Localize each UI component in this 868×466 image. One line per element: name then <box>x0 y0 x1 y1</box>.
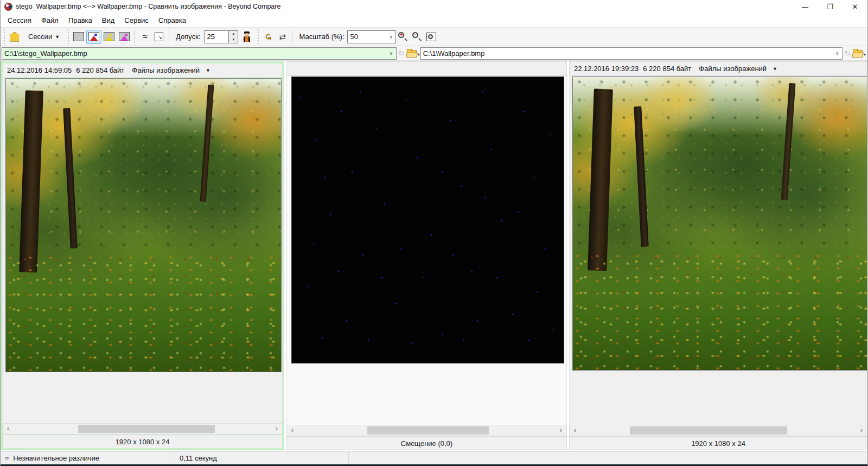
menu-help[interactable]: Справка <box>154 14 191 27</box>
spin-up-icon[interactable]: ▲ <box>229 31 238 37</box>
difference-dot <box>338 271 339 272</box>
tree-trunk <box>200 85 214 202</box>
difference-dot <box>461 186 462 187</box>
reread-file-icon[interactable]: ↻ <box>844 49 851 58</box>
scroll-thumb[interactable] <box>367 426 488 435</box>
center-pane-header <box>286 61 567 76</box>
menu-view[interactable]: Вид <box>97 14 120 27</box>
view-original-button[interactable] <box>71 30 86 44</box>
sessions-dropdown-button[interactable]: Сессии ▼ <box>22 30 66 44</box>
right-path-icons: ↻ ▾ <box>843 49 866 58</box>
app-logo-icon <box>4 3 12 11</box>
zoom-fit-button[interactable] <box>424 30 438 44</box>
difference-dot <box>477 320 478 321</box>
scroll-left-icon[interactable]: ‹ <box>3 424 14 434</box>
difference-dot <box>411 343 412 344</box>
left-path-combobox: ∨ <box>2 47 397 60</box>
scroll-thumb[interactable] <box>78 425 215 433</box>
toolbar-gripper[interactable] <box>257 29 260 44</box>
difference-dot <box>528 340 529 341</box>
difference-dot <box>523 111 524 112</box>
menu-tools[interactable]: Сервис <box>119 14 154 27</box>
left-horizontal-scrollbar[interactable]: ‹ › <box>2 423 283 435</box>
difference-dot <box>352 171 353 173</box>
difference-dot <box>534 177 535 178</box>
menu-edit[interactable]: Правка <box>63 14 97 27</box>
tree-trunk <box>63 108 78 249</box>
menu-session[interactable]: Сессия <box>3 14 36 27</box>
scroll-right-icon[interactable]: › <box>556 425 566 436</box>
tolerance-mode-button[interactable]: ≈ <box>138 30 152 44</box>
mismatch-view-icon <box>119 32 130 41</box>
chevron-down-icon[interactable]: ∨ <box>387 34 395 40</box>
right-format-dropdown[interactable]: Файлы изображений ▼ <box>699 65 777 73</box>
spin-down-icon[interactable]: ▼ <box>229 37 238 43</box>
tree-trunk <box>588 88 613 271</box>
scale-combobox[interactable]: 50 ∨ <box>347 30 396 43</box>
reread-file-icon[interactable]: ↻ <box>398 49 405 58</box>
right-image-pane: 22.12.2016 19:39:23 6 220 854 байт Файлы… <box>569 61 867 450</box>
difference-dot <box>545 248 546 250</box>
right-image-viewport[interactable] <box>569 76 867 425</box>
scale-value: 50 <box>348 33 387 41</box>
sessions-label: Сессии <box>28 33 52 41</box>
difference-viewport[interactable] <box>286 76 567 425</box>
zoom-in-icon: + <box>398 32 407 41</box>
right-horizontal-scrollbar[interactable]: ‹ › <box>569 425 867 436</box>
difference-dot <box>406 100 407 101</box>
scroll-left-icon[interactable]: ‹ <box>570 425 580 436</box>
scroll-right-icon[interactable]: › <box>271 424 282 434</box>
zoom-out-icon: − <box>412 32 422 41</box>
view-tolerance-button[interactable] <box>101 30 117 44</box>
scroll-track[interactable] <box>580 425 856 436</box>
left-image-viewport[interactable] <box>2 78 283 423</box>
auto-scale-button[interactable]: ↘ <box>152 30 166 44</box>
difference-dot <box>422 277 423 278</box>
difference-dot <box>496 277 497 278</box>
view-picture-button[interactable] <box>86 30 101 44</box>
scroll-track[interactable] <box>14 424 271 434</box>
difference-dot <box>368 340 369 341</box>
home-button[interactable]: ⚡ <box>7 30 22 44</box>
difference-dot <box>400 248 401 250</box>
minimize-button[interactable]: — <box>793 0 818 13</box>
difference-dot <box>452 254 454 256</box>
scroll-track[interactable] <box>298 425 556 436</box>
path-row: ∨ ↻ ▾ ∨ ↻ ▾ <box>1 46 867 61</box>
toolbar-gripper[interactable] <box>3 29 6 44</box>
status-time-segment: 0,11 секунд <box>175 452 349 464</box>
center-horizontal-scrollbar[interactable]: ‹ › <box>286 425 567 436</box>
restore-button[interactable]: ❐ <box>818 0 843 13</box>
toolbar-gripper[interactable] <box>67 29 70 44</box>
zoom-in-button[interactable]: + <box>396 30 410 44</box>
swap-sides-button[interactable]: ↺ <box>261 30 275 44</box>
scroll-left-icon[interactable]: ‹ <box>287 425 298 436</box>
menu-file[interactable]: Файл <box>36 14 63 27</box>
zoom-out-button[interactable]: − <box>410 30 424 44</box>
difference-dot <box>395 303 396 304</box>
scroll-thumb[interactable] <box>630 426 787 435</box>
scroll-right-icon[interactable]: › <box>856 425 867 436</box>
chevron-down-icon: ▾ <box>418 52 420 57</box>
left-format-dropdown[interactable]: Файлы изображений ▼ <box>132 66 210 74</box>
approx-status-icon: ≈ <box>5 454 9 462</box>
tolerance-input[interactable] <box>204 30 229 43</box>
right-file-size: 6 220 854 байт <box>643 65 691 73</box>
chevron-down-icon[interactable]: ∨ <box>386 50 396 56</box>
browse-folder-button[interactable]: ▾ <box>407 49 419 58</box>
difference-dot <box>512 314 513 315</box>
chevron-down-icon: ▾ <box>864 52 866 57</box>
compare-time: 0,11 секунд <box>180 454 217 462</box>
difference-dot <box>384 203 385 204</box>
right-path-input[interactable] <box>421 49 833 58</box>
difference-dot <box>381 277 382 278</box>
view-mismatch-button[interactable] <box>117 30 132 44</box>
difference-dot <box>322 337 323 339</box>
left-path-input[interactable] <box>2 49 386 58</box>
close-button[interactable]: ✕ <box>843 0 867 13</box>
chevron-down-icon[interactable]: ∨ <box>832 50 842 56</box>
recompare-button[interactable]: ⇄ <box>275 30 289 44</box>
ignore-unimportant-button[interactable] <box>238 30 256 44</box>
difference-dot <box>376 129 377 130</box>
browse-folder-button[interactable]: ▾ <box>853 49 865 58</box>
